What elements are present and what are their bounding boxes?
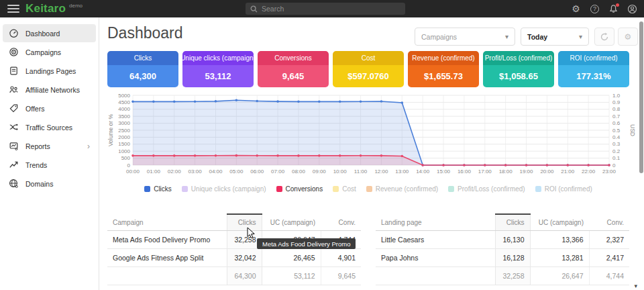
stat-card-clicks[interactable]: Clicks 64,300 — [107, 51, 178, 87]
date-range-select[interactable]: Today ▾ — [521, 28, 589, 46]
sidebar-item-affiliate-networks[interactable]: Affiliate Networks — [3, 81, 96, 99]
svg-text:14:00: 14:00 — [416, 168, 430, 175]
campaign-name-cell[interactable]: Meta Ads Food Delivery Promo — [107, 231, 227, 249]
table-row[interactable]: Papa Johns 16,128 13,281 2,417 — [376, 249, 629, 267]
sidebar-item-campaigns[interactable]: Campaigns — [3, 43, 96, 61]
stat-card-label: Cost — [333, 51, 404, 65]
legend-item-roi[interactable]: ROI (confirmed) — [535, 185, 592, 193]
svg-text:16:00: 16:00 — [458, 168, 472, 175]
help-icon[interactable]: ? — [590, 4, 600, 14]
stat-card-conversions[interactable]: Conversions 9,645 — [258, 51, 329, 87]
svg-text:3000: 3000 — [118, 120, 130, 126]
hamburger-menu-icon[interactable] — [7, 5, 19, 13]
legend-swatch — [333, 186, 339, 192]
table-row[interactable]: Google Ads Fitness App Split 32,042 26,4… — [107, 249, 361, 267]
table-totals-row: 32,258 26,647 4,744 — [376, 267, 629, 285]
search-input[interactable] — [262, 5, 389, 13]
sidebar-item-trends[interactable]: Trends — [3, 156, 96, 174]
legend-item-unique-clicks[interactable]: Unique clicks (campaign) — [182, 185, 266, 193]
legend-item-profit-loss[interactable]: Profit/Loss (confirmed) — [448, 185, 525, 193]
column-header-conv[interactable]: Conv. — [321, 214, 361, 231]
svg-text:0.2: 0.2 — [612, 148, 621, 154]
svg-text:1500: 1500 — [118, 141, 130, 147]
column-header-campaign[interactable]: Campaign — [107, 214, 227, 231]
legend-item-cost[interactable]: Cost — [333, 185, 356, 193]
svg-text:0.9: 0.9 — [612, 99, 621, 105]
legend-item-clicks[interactable]: Clicks — [144, 185, 172, 193]
stat-card-cost[interactable]: Cost $597.0760 — [333, 51, 404, 87]
conv-cell: 4,901 — [321, 249, 361, 267]
account-icon[interactable] — [627, 4, 637, 14]
table-row[interactable]: Little Caesars 16,130 13,366 2,327 — [376, 231, 629, 249]
sidebar-item-traffic-sources[interactable]: Traffic Sources — [3, 118, 96, 136]
svg-text:0: 0 — [612, 162, 616, 168]
campaigns-filter-select[interactable]: Campaigns ▾ — [415, 28, 515, 46]
stat-card-value: $1,058.65 — [483, 65, 554, 87]
settings-gear-icon[interactable]: ⚙ — [571, 4, 581, 14]
column-header-uc-campaign[interactable]: UC (campaign) — [530, 214, 589, 231]
sidebar-item-domains[interactable]: Domains — [3, 175, 96, 193]
refresh-icon — [600, 32, 609, 42]
sidebar-item-reports[interactable]: Reports › — [3, 137, 96, 155]
traffic-timeseries-chart[interactable]: 00:0001:0002:0003:0004:0005:0006:0007:00… — [107, 91, 637, 179]
svg-text:22:00: 22:00 — [582, 168, 596, 175]
dashboard-settings-button[interactable]: ⚙ — [618, 28, 638, 46]
globe-icon — [9, 179, 19, 189]
logo-demo-badge: demo — [69, 3, 83, 9]
chart-canvas: 00:0001:0002:0003:0004:0005:0006:0007:00… — [107, 91, 637, 179]
svg-text:21:00: 21:00 — [561, 168, 575, 175]
stat-card-roi[interactable]: ROI (confirmed) 177.31% — [558, 51, 629, 87]
stat-card-revenue[interactable]: Revenue (confirmed) $1,655.73 — [408, 51, 479, 87]
chevron-right-icon: › — [87, 142, 90, 151]
landing-pages-table: Landing page Clicks UC (campaign) Conv. … — [376, 213, 629, 285]
stat-card-value: 53,112 — [182, 65, 254, 87]
conv-cell: 2,417 — [589, 249, 629, 267]
notifications-bell-icon[interactable] — [608, 4, 619, 14]
sidebar-item-label: Traffic Sources — [25, 124, 72, 132]
svg-text:09:00: 09:00 — [313, 168, 327, 175]
svg-text:USD: USD — [629, 124, 636, 136]
stat-card-label: Clicks — [107, 51, 178, 65]
column-header-uc-campaign[interactable]: UC (campaign) — [262, 214, 321, 231]
svg-text:1.0: 1.0 — [612, 93, 621, 99]
stat-card-profit-loss[interactable]: Profit/Loss (confirmed) $1,058.65 — [483, 51, 554, 87]
mouse-cursor — [247, 227, 256, 240]
table-header-row: Landing page Clicks UC (campaign) Conv. — [376, 214, 629, 231]
global-search[interactable] — [246, 3, 405, 15]
vertical-scrollbar[interactable] — [639, 21, 643, 173]
gear-icon: ⚙ — [625, 32, 632, 42]
svg-text:11:00: 11:00 — [354, 168, 368, 175]
sidebar-item-landings-pages[interactable]: Landings Pages — [3, 62, 96, 80]
legend-swatch — [182, 186, 188, 192]
landing-name-cell[interactable]: Little Caesars — [376, 231, 495, 249]
sidebar-item-dashboard[interactable]: Dashboard — [3, 24, 96, 42]
svg-text:13:00: 13:00 — [395, 168, 409, 175]
sidebar-item-label: Trends — [25, 161, 47, 169]
stat-card-unique-clicks[interactable]: Unique clicks (campaign) 53,112 — [182, 51, 254, 87]
campaign-name-cell[interactable]: Google Ads Fitness App Split — [107, 249, 227, 267]
legend-item-revenue[interactable]: Revenue (confirmed) — [366, 185, 438, 193]
refresh-button[interactable] — [594, 28, 614, 46]
sidebar-item-offers[interactable]: Offers — [3, 99, 96, 117]
people-icon — [9, 85, 19, 95]
landing-name-cell[interactable]: Papa Johns — [376, 249, 495, 267]
notification-badge — [616, 3, 619, 7]
svg-text:10:00: 10:00 — [333, 168, 347, 175]
stat-card-value: $1,655.73 — [408, 65, 479, 87]
stat-card-value: 64,300 — [107, 65, 178, 87]
svg-text:3500: 3500 — [118, 113, 130, 119]
svg-text:03:00: 03:00 — [189, 168, 203, 175]
column-header-clicks[interactable]: Clicks — [227, 214, 262, 231]
svg-text:2500: 2500 — [118, 128, 130, 134]
legend-item-conversions[interactable]: Conversions — [276, 185, 323, 193]
sidebar-nav: Dashboard Campaigns Landings Pages — [0, 17, 99, 290]
column-header-conv[interactable]: Conv. — [589, 214, 629, 231]
sidebar-item-label: Campaigns — [25, 48, 61, 56]
svg-text:07:00: 07:00 — [271, 168, 285, 175]
column-header-clicks[interactable]: Clicks — [495, 214, 530, 231]
legend-swatch — [276, 186, 282, 192]
app-logo[interactable]: Keitaro — [25, 2, 66, 15]
svg-text:0.1: 0.1 — [612, 155, 621, 161]
column-header-landing-page[interactable]: Landing page — [376, 214, 495, 231]
topbar-actions: ⚙ ? — [571, 0, 637, 17]
